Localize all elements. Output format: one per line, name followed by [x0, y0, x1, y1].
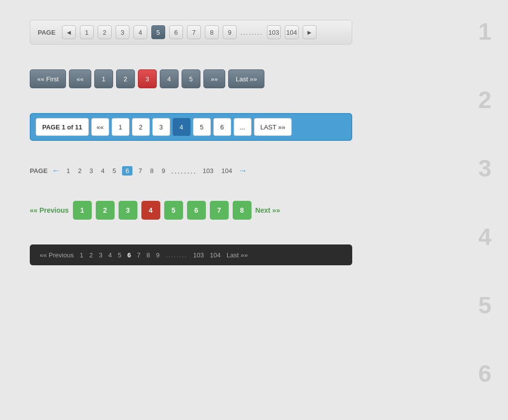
pag1-page-3[interactable]: 3 [116, 25, 129, 39]
pag3-page-3[interactable]: 3 [152, 118, 170, 136]
pag6-page-103[interactable]: 103 [193, 251, 204, 259]
pag5-prev-btn[interactable]: «« Previous [30, 206, 69, 214]
pagination-4: PAGE ← 1 2 3 4 5 6 7 8 9 ........ 103 10… [30, 166, 352, 176]
pag1-dots: ........ [241, 29, 263, 36]
pag6-page-1[interactable]: 1 [80, 251, 83, 259]
pag2-prev-btn[interactable]: «« [69, 69, 91, 88]
side-num-2: 2 [478, 88, 498, 112]
pag4-label: PAGE [30, 167, 48, 175]
pag6-page-9[interactable]: 9 [156, 251, 160, 259]
pag3-label: PAGE 1 of 11 [36, 118, 89, 136]
pag6-page-7[interactable]: 7 [137, 251, 140, 259]
pag3-page-1[interactable]: 1 [112, 118, 129, 136]
pag4-page-103[interactable]: 103 [201, 166, 216, 176]
pag5-next-btn[interactable]: Next »» [255, 206, 280, 214]
pagination-6: «« Previous 1 2 3 4 5 6 7 8 9 ........ 1… [30, 244, 352, 265]
pag4-page-1[interactable]: 1 [64, 166, 72, 176]
pag2-page-1[interactable]: 1 [94, 69, 113, 88]
pagination-5: «« Previous 1 2 3 4 5 6 7 8 Next »» [30, 201, 352, 220]
pag5-page-3[interactable]: 3 [119, 201, 137, 220]
pag1-page-1[interactable]: 1 [80, 25, 94, 39]
pag1-page-2[interactable]: 2 [98, 25, 112, 39]
pag3-page-4-active[interactable]: 4 [173, 118, 190, 136]
pag1-page-104[interactable]: 104 [285, 25, 299, 39]
pag1-page-8[interactable]: 8 [205, 25, 219, 39]
side-num-3: 3 [478, 157, 498, 180]
pag5-page-5[interactable]: 5 [164, 201, 183, 220]
pag4-page-104[interactable]: 104 [219, 166, 234, 176]
pag1-page-103[interactable]: 103 [267, 25, 281, 39]
pag3-page-2[interactable]: 2 [132, 118, 150, 136]
pag5-page-1[interactable]: 1 [73, 201, 92, 220]
pag3-dots: ... [234, 118, 252, 136]
pag4-page-8[interactable]: 8 [148, 166, 156, 176]
pag1-page-5-active[interactable]: 5 [151, 25, 165, 39]
pagination-1: PAGE ◄ 1 2 3 4 5 6 7 8 9 ........ 103 10… [30, 20, 352, 45]
pag2-page-2[interactable]: 2 [116, 69, 135, 88]
pag2-last-btn[interactable]: Last »» [228, 69, 264, 88]
pag4-page-5[interactable]: 5 [111, 166, 118, 176]
pag1-page-6[interactable]: 6 [169, 25, 183, 39]
pag2-page-4[interactable]: 4 [160, 69, 179, 88]
pag5-page-8[interactable]: 8 [233, 201, 252, 220]
pag3-page-5[interactable]: 5 [193, 118, 211, 136]
side-num-6: 6 [478, 362, 498, 386]
pag4-page-6-active[interactable]: 6 [122, 166, 132, 176]
pagination-2: «« First «« 1 2 3 4 5 »» Last »» [30, 69, 377, 88]
pag4-right-arrow[interactable]: → [238, 166, 247, 176]
pag4-page-4[interactable]: 4 [99, 166, 107, 176]
side-numbers: 1 2 3 4 5 6 [468, 0, 508, 420]
pag1-prev-btn[interactable]: ◄ [62, 25, 76, 39]
pag4-page-3[interactable]: 3 [87, 166, 95, 176]
pag3-last-btn[interactable]: LAST »» [254, 118, 292, 136]
pag2-page-5[interactable]: 5 [182, 69, 200, 88]
pag6-page-3[interactable]: 3 [99, 251, 102, 259]
pag1-page-4[interactable]: 4 [133, 25, 147, 39]
pag4-page-2[interactable]: 2 [76, 166, 83, 176]
pag1-page-9[interactable]: 9 [223, 25, 237, 39]
pag4-left-arrow[interactable]: ← [52, 166, 61, 176]
pag5-page-2[interactable]: 2 [96, 201, 115, 220]
pag2-next-btn[interactable]: »» [203, 69, 225, 88]
side-num-4: 4 [478, 225, 498, 249]
pag3-prev-btn[interactable]: «« [91, 118, 109, 136]
pag6-dots: ........ [166, 250, 188, 259]
pag6-prev-btn[interactable]: «« Previous [40, 251, 74, 259]
pagination-3: PAGE 1 of 11 «« 1 2 3 4 5 6 ... LAST »» [30, 113, 352, 141]
side-num-1: 1 [478, 20, 498, 44]
pag6-last-btn[interactable]: Last »» [227, 251, 248, 259]
pag6-page-5[interactable]: 5 [118, 251, 122, 259]
side-num-5: 5 [478, 294, 498, 317]
pag2-first-btn[interactable]: «« First [30, 69, 66, 88]
pag6-page-4[interactable]: 4 [108, 251, 112, 259]
pag6-page-6-active[interactable]: 6 [127, 251, 131, 259]
pag6-page-104[interactable]: 104 [210, 251, 221, 259]
pag5-page-6[interactable]: 6 [187, 201, 206, 220]
pag1-next-btn[interactable]: ► [303, 25, 317, 39]
pag6-page-2[interactable]: 2 [89, 251, 93, 259]
pag3-page-6[interactable]: 6 [213, 118, 231, 136]
pag2-page-3-active[interactable]: 3 [138, 69, 157, 88]
pag4-page-9[interactable]: 9 [160, 166, 167, 176]
pag5-page-7[interactable]: 7 [210, 201, 229, 220]
pag1-label: PAGE [38, 29, 56, 36]
pag4-dots: ........ [171, 167, 197, 176]
pag6-page-8[interactable]: 8 [146, 251, 150, 259]
pag4-page-7[interactable]: 7 [136, 166, 144, 176]
pag5-page-4-active[interactable]: 4 [141, 201, 160, 220]
pag1-page-7[interactable]: 7 [187, 25, 201, 39]
